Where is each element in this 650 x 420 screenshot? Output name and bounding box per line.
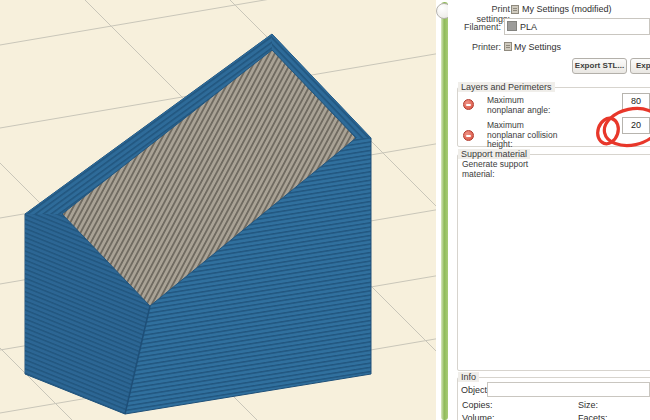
slic3r-window: { "scene": { "colors": { "background": "… xyxy=(0,0,650,420)
3d-scene-svg xyxy=(0,0,436,420)
override-remove-icon[interactable] xyxy=(463,99,474,110)
filament-color-swatch xyxy=(507,21,517,31)
size-label: Size: xyxy=(578,400,598,410)
layer-slider-track[interactable] xyxy=(441,2,448,420)
filament-value: PLA xyxy=(520,22,537,32)
layers-section-title: Layers and Perimeters xyxy=(458,82,555,92)
support-section-title: Support material xyxy=(458,149,530,159)
red-annotation-circle xyxy=(588,98,650,156)
generate-support-label: Generate support material: xyxy=(462,160,528,179)
print-settings-icon xyxy=(511,5,519,14)
print-settings-combobox[interactable]: My Settings (modified) xyxy=(522,4,612,14)
print-settings-label: Print settings: xyxy=(458,4,510,24)
printer-icon xyxy=(504,42,512,51)
volume-label: Volume: xyxy=(462,413,495,420)
printer-combobox[interactable]: My Settings xyxy=(514,42,561,52)
copies-label: Copies: xyxy=(462,400,493,410)
max-nonplanar-collision-height-label: Maximum nonplanar collision height: xyxy=(487,121,557,150)
override-remove-icon[interactable] xyxy=(463,130,474,141)
printer-label: Printer: xyxy=(458,42,501,52)
support-groupbox xyxy=(457,154,650,371)
export-gcode-button[interactable]: Expor xyxy=(630,58,650,74)
3d-viewport[interactable] xyxy=(0,0,436,420)
facets-label: Facets: xyxy=(578,413,608,420)
info-section-title: Info xyxy=(458,372,479,382)
object-combobox[interactable] xyxy=(487,382,650,397)
object-label: Object: xyxy=(461,385,490,395)
filament-label: Filament: xyxy=(458,22,501,32)
export-stl-button[interactable]: Export STL... xyxy=(572,58,627,74)
max-nonplanar-angle-label: Maximum nonplanar angle: xyxy=(487,96,550,115)
